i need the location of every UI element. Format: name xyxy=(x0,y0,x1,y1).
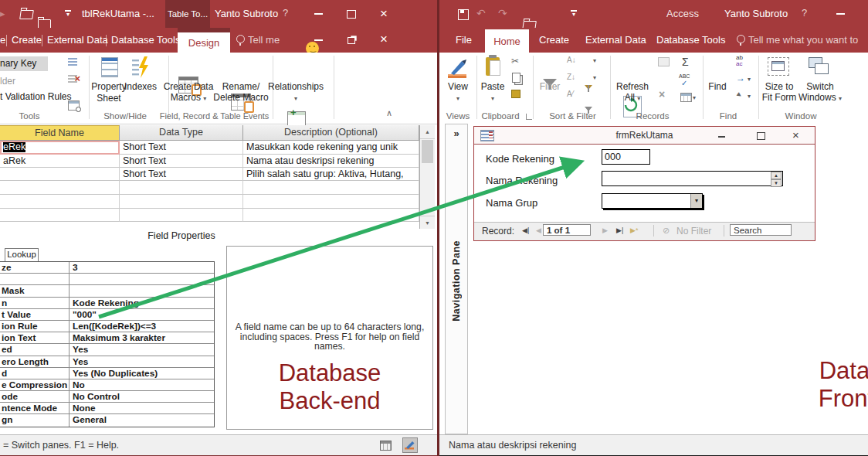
prop-value[interactable]: Yes xyxy=(70,344,214,355)
filter-button[interactable]: Filter xyxy=(533,81,567,92)
collapse-ribbon-icon[interactable]: ∧ xyxy=(386,108,392,118)
view-button[interactable]: View ▾ xyxy=(441,81,475,103)
primary-key-button[interactable]: nary Key xyxy=(0,56,48,71)
data-type-cell[interactable] xyxy=(120,181,243,195)
field-name-cell[interactable]: eRek xyxy=(0,141,120,155)
modify-lookups-icon[interactable] xyxy=(68,100,80,111)
column-header-description[interactable]: Description (Optional) xyxy=(243,125,419,141)
tab-file[interactable]: File xyxy=(456,34,472,46)
column-header-data-type[interactable]: Data Type xyxy=(120,125,243,141)
doc-minimize-button[interactable] xyxy=(314,39,323,41)
combo-dropdown-icon[interactable]: ▾ xyxy=(690,194,702,208)
field-name-cell[interactable] xyxy=(0,168,120,181)
tab-home-active[interactable]: Home xyxy=(485,29,529,53)
switch-windows-button[interactable]: Switch Windows ▾ xyxy=(798,81,843,103)
totals-icon[interactable]: Σ xyxy=(682,56,689,68)
form-titlebar[interactable]: frmRekUtama × xyxy=(474,127,815,145)
form-minimize-icon[interactable] xyxy=(718,136,725,138)
current-record-box[interactable]: 1 of 1 xyxy=(543,224,591,236)
data-type-cell[interactable] xyxy=(120,209,243,222)
help-icon[interactable]: ? xyxy=(802,7,807,19)
description-cell[interactable] xyxy=(243,209,419,222)
prop-value[interactable]: Kode Rekening xyxy=(70,298,214,308)
view-icon[interactable] xyxy=(447,57,469,79)
field-name-cell[interactable]: aRek xyxy=(0,155,120,168)
tab-database-tools[interactable]: Database Tools xyxy=(111,34,180,46)
scroll-down-icon[interactable]: ▼ xyxy=(420,216,435,230)
tab-design-active[interactable]: Design xyxy=(178,32,230,53)
prop-value[interactable]: No Control xyxy=(70,391,214,402)
minimize-button[interactable] xyxy=(836,13,845,15)
qat-customize-icon[interactable]: ▾ xyxy=(65,10,71,16)
description-cell[interactable] xyxy=(243,195,419,209)
kode-rekening-input[interactable]: 000 xyxy=(602,149,650,165)
clipboard-dialog-launcher-icon[interactable] xyxy=(526,114,532,120)
builder-button[interactable]: lder xyxy=(0,76,15,87)
switch-windows-icon[interactable] xyxy=(809,57,830,76)
field-name-cell[interactable] xyxy=(0,195,120,209)
first-record-icon[interactable]: ◀| xyxy=(522,226,529,234)
close-button[interactable]: × xyxy=(380,7,388,20)
prop-value[interactable]: 3 xyxy=(70,262,214,273)
insert-rows-icon[interactable] xyxy=(68,58,77,66)
refresh-all-button[interactable]: Refresh All ▾ xyxy=(613,81,652,103)
description-cell[interactable]: Nama atau deskripsi rekening xyxy=(243,155,419,168)
tell-me-box[interactable]: Tell me what you want to xyxy=(748,34,858,46)
data-type-cell[interactable]: Short Text xyxy=(120,155,243,168)
remove-sort-icon[interactable]: A⁄ xyxy=(567,90,573,98)
field-name-cell[interactable] xyxy=(0,209,120,222)
scrollbar-thumb[interactable] xyxy=(422,140,433,163)
indexes-button[interactable]: Indexes xyxy=(120,81,161,92)
paste-icon[interactable] xyxy=(486,57,500,76)
data-type-cell[interactable]: Short Text xyxy=(120,141,243,155)
nama-rekening-spinner[interactable]: ▲ ▼ xyxy=(771,172,782,187)
tab-database-tools[interactable]: Database Tools xyxy=(656,34,725,46)
size-to-fit-form-icon[interactable] xyxy=(768,57,789,76)
data-type-cell[interactable]: Short Text xyxy=(120,168,243,181)
new-record-icon[interactable] xyxy=(658,57,670,66)
open-folder-icon[interactable] xyxy=(19,10,34,19)
indexes-lightning-icon[interactable] xyxy=(131,56,150,78)
spelling-icon[interactable]: ABC ✓ xyxy=(679,73,690,87)
navigation-pane[interactable]: » Navigation Pane xyxy=(445,124,468,434)
qat-customize-icon[interactable]: ▾ xyxy=(571,10,577,16)
previous-record-icon[interactable]: ◀ xyxy=(536,226,541,234)
copy-icon[interactable] xyxy=(512,73,520,83)
goto-icon[interactable]: → xyxy=(736,73,745,83)
tab-create[interactable]: Create xyxy=(539,34,569,46)
form-close-icon[interactable]: × xyxy=(792,128,799,141)
nama-grup-combobox[interactable]: ▾ xyxy=(602,193,703,209)
account-name[interactable]: Yanto Subroto xyxy=(724,8,788,19)
tell-me-box[interactable]: Tell me xyxy=(248,34,280,46)
column-header-field-name[interactable]: Field Name xyxy=(0,125,120,141)
new-record-icon[interactable]: ▶* xyxy=(630,226,638,234)
delete-record-icon[interactable]: × xyxy=(659,88,665,100)
cut-icon[interactable]: ✂ xyxy=(511,56,519,66)
account-name[interactable]: Yanto Subroto xyxy=(215,8,278,19)
delete-rows-icon[interactable] xyxy=(68,75,77,83)
create-data-macros-button[interactable]: Create Data Macros ▾ xyxy=(161,81,216,103)
relationships-icon[interactable] xyxy=(287,111,306,127)
doc-close-button[interactable]: × xyxy=(380,32,388,46)
redo-icon[interactable]: ↷ xyxy=(498,7,507,19)
test-validation-rules-button[interactable]: t Validation Rules xyxy=(0,91,72,102)
replace-icon[interactable]: ab ac xyxy=(736,55,743,67)
scroll-up-icon[interactable]: ▲ xyxy=(420,125,435,139)
sort-ascending-icon[interactable]: A↓ xyxy=(567,56,576,64)
find-button[interactable]: Find xyxy=(700,81,734,92)
expand-nav-pane-icon[interactable]: » xyxy=(446,124,467,139)
prop-value[interactable] xyxy=(70,274,214,284)
description-cell[interactable] xyxy=(243,181,419,195)
design-view-icon[interactable] xyxy=(402,437,418,453)
prop-value[interactable] xyxy=(70,285,214,296)
prop-value-default[interactable]: "000" xyxy=(70,309,214,320)
prop-value[interactable]: Len([KodeRek])<=3 xyxy=(70,321,214,332)
tab-home-cut[interactable]: e xyxy=(0,34,5,46)
prop-value[interactable]: Maksimum 3 karakter xyxy=(70,332,214,343)
data-type-cell[interactable] xyxy=(120,195,243,209)
spin-up-icon[interactable]: ▲ xyxy=(771,172,782,179)
save-icon[interactable] xyxy=(458,9,469,20)
form-maximize-icon[interactable] xyxy=(757,132,765,140)
prop-value[interactable]: No xyxy=(70,379,214,390)
more-options-icon[interactable] xyxy=(680,93,692,102)
